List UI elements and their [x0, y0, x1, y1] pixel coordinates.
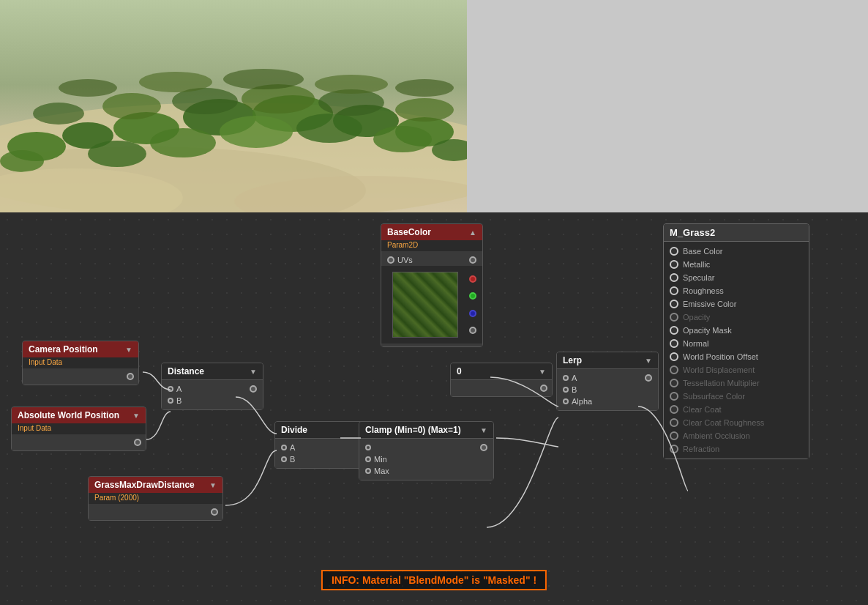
- node-basecolor-header: BaseColor ▲: [381, 224, 482, 240]
- svg-point-18: [102, 93, 161, 119]
- node-distance-a-row: A: [162, 383, 263, 395]
- pin-lerp-a-in[interactable]: [563, 375, 569, 381]
- mat-pin-subsurface[interactable]: [670, 392, 678, 401]
- node-absworld-title: Absolute World Position: [18, 410, 119, 420]
- mat-pin-opacity[interactable]: [670, 313, 678, 322]
- node-basecolor-subtitle: Param2D: [381, 240, 482, 251]
- mat-pin-clearcoatr[interactable]: [670, 418, 678, 427]
- node-grassmax[interactable]: GrassMaxDrawDistance ▼ Param (2000): [88, 476, 223, 521]
- pin-zero-out[interactable]: [540, 385, 547, 392]
- mat-label-basecolor: Base Color: [683, 247, 722, 256]
- node-lerp-chevron[interactable]: ▼: [645, 357, 652, 365]
- mat-label-opacitymask: Opacity Mask: [683, 326, 732, 335]
- node-zero[interactable]: 0 ▼: [450, 363, 553, 397]
- node-lerp-alpha-row: Alpha: [557, 396, 658, 407]
- pin-divide-b-label: B: [290, 455, 295, 464]
- node-absworld-header: Absolute World Position ▼: [12, 407, 146, 423]
- mat-pin-metallic[interactable]: [670, 260, 678, 269]
- pin-clamp-out[interactable]: [480, 444, 487, 451]
- pin-clamp-max-in[interactable]: [365, 468, 371, 474]
- pin-lerp-alpha-in[interactable]: [563, 398, 569, 404]
- mat-pin-roughness[interactable]: [670, 286, 678, 295]
- pin-a-out[interactable]: [469, 327, 476, 334]
- pin-clamp-in[interactable]: [365, 445, 371, 450]
- node-zero-output: [451, 383, 552, 393]
- pin-distance-out[interactable]: [250, 385, 257, 393]
- mat-row-opacity: Opacity: [664, 311, 809, 324]
- mat-pin-ao[interactable]: [670, 431, 678, 440]
- node-clamp-in-row: [359, 442, 493, 453]
- svg-point-11: [88, 141, 146, 167]
- node-absworld[interactable]: Absolute World Position ▼ Input Data: [11, 407, 146, 451]
- mat-pin-wd[interactable]: [670, 365, 678, 374]
- mat-pin-refraction[interactable]: [670, 445, 678, 453]
- pin-distance-b-in[interactable]: [168, 398, 173, 404]
- pin-distance-b-label: B: [176, 396, 182, 405]
- pin-lerp-b-in[interactable]: [563, 387, 569, 393]
- pin-lerp-out[interactable]: [645, 374, 652, 382]
- node-material-header: M_Grass2: [664, 224, 809, 242]
- node-clamp-title: Clamp (Min=0) (Max=1): [365, 425, 461, 435]
- mat-label-wd: World Displacement: [683, 365, 755, 374]
- pin-b-out[interactable]: [469, 310, 476, 317]
- mat-pin-tess[interactable]: [670, 379, 678, 387]
- info-bar: INFO: Material "BlendMode" is "Masked" !: [321, 570, 547, 590]
- node-zero-chevron[interactable]: ▼: [539, 368, 546, 376]
- viewport-area: [0, 0, 868, 212]
- mat-pin-specular[interactable]: [670, 273, 678, 282]
- viewport-left[interactable]: [0, 0, 467, 212]
- node-lerp-header: Lerp ▼: [557, 352, 658, 369]
- pin-clamp-max-label: Max: [374, 467, 389, 475]
- pin-clamp-min-in[interactable]: [365, 456, 371, 462]
- node-basecolor[interactable]: BaseColor ▲ Param2D UVs: [381, 223, 483, 347]
- mat-row-roughness: Roughness: [664, 284, 809, 297]
- node-camera-chevron[interactable]: ▼: [125, 346, 132, 354]
- mat-label-subsurface: Subsurface Color: [683, 392, 745, 401]
- mat-pin-opacitymask[interactable]: [670, 326, 678, 335]
- pin-uvs-out[interactable]: [469, 256, 476, 264]
- mat-label-normal: Normal: [683, 339, 708, 348]
- pin-clamp-min-label: Min: [374, 455, 387, 464]
- node-grassmax-subtitle: Param (2000): [89, 493, 222, 504]
- svg-point-15: [373, 126, 432, 152]
- pin-g-out[interactable]: [469, 292, 476, 300]
- node-clamp-chevron[interactable]: ▼: [480, 426, 487, 434]
- node-clamp-header: Clamp (Min=0) (Max=1) ▼: [359, 422, 493, 439]
- node-material[interactable]: M_Grass2 Base Color Metallic Specular Ro…: [663, 223, 809, 459]
- node-lerp[interactable]: Lerp ▼ A B Alpha: [556, 352, 659, 411]
- node-grassmax-chevron[interactable]: ▼: [209, 481, 217, 489]
- node-clamp[interactable]: Clamp (Min=0) (Max=1) ▼ Min Max: [359, 421, 494, 480]
- pin-uvs-label: UVs: [397, 256, 413, 264]
- mat-row-normal: Normal: [664, 337, 809, 350]
- pin-divide-a-in[interactable]: [281, 445, 287, 450]
- pin-divide-b-in[interactable]: [281, 456, 287, 462]
- node-grassmax-output: [89, 507, 222, 517]
- viewport-right[interactable]: [467, 0, 868, 212]
- mat-pin-clearcoat[interactable]: [670, 405, 678, 414]
- mat-pin-basecolor[interactable]: [670, 247, 678, 256]
- node-absworld-chevron[interactable]: ▼: [132, 412, 140, 420]
- pin-absworld-out[interactable]: [134, 439, 141, 446]
- mat-row-metallic: Metallic: [664, 258, 809, 271]
- mat-label-emissive: Emissive Color: [683, 300, 736, 308]
- mat-row-ao: Ambient Occlusion: [664, 429, 809, 442]
- pin-r-out[interactable]: [469, 275, 476, 283]
- node-basecolor-chevron[interactable]: ▲: [469, 229, 476, 237]
- node-distance-b-row: B: [162, 395, 263, 407]
- svg-point-10: [0, 150, 44, 172]
- pin-uvs-in[interactable]: [387, 256, 394, 264]
- pin-grassmax-out[interactable]: [211, 508, 218, 516]
- pin-distance-a-label: A: [176, 385, 182, 393]
- node-editor[interactable]: BaseColor ▲ Param2D UVs: [0, 212, 868, 605]
- mat-pin-emissive[interactable]: [670, 300, 678, 308]
- node-camera[interactable]: Camera Position ▼ Input Data: [22, 341, 139, 385]
- pin-distance-a-in[interactable]: [168, 386, 173, 392]
- node-camera-header: Camera Position ▼: [23, 341, 138, 357]
- mat-pin-wpo[interactable]: [670, 352, 678, 361]
- mat-pin-normal[interactable]: [670, 339, 678, 348]
- node-distance[interactable]: Distance ▼ A B: [161, 363, 263, 410]
- pin-camera-out[interactable]: [127, 373, 134, 380]
- node-distance-chevron[interactable]: ▼: [250, 368, 257, 376]
- mat-row-basecolor: Base Color: [664, 245, 809, 258]
- svg-point-27: [395, 79, 454, 97]
